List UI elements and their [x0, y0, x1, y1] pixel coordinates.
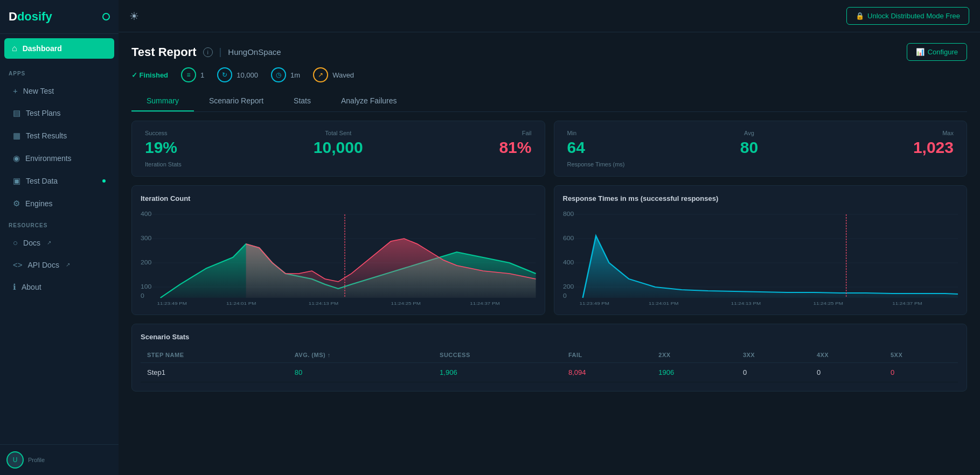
test-data-icon: ▣ [13, 176, 20, 186]
iteration-count-chart: Iteration Count 400 300 200 100 0 [131, 185, 545, 315]
status-bar: ✓ Finished ≡ 1 ↻ 10,000 ◷ 1m ↗ Waved [131, 67, 967, 82]
tab-stats[interactable]: Stats [279, 91, 326, 111]
plus-icon: + [13, 86, 18, 95]
theme-toggle-icon[interactable]: ☀ [129, 10, 139, 23]
svg-text:11:23:49 PM: 11:23:49 PM [157, 301, 187, 306]
tab-analyze-failures[interactable]: Analyze Failures [326, 91, 412, 111]
section-label-apps: APPS [0, 63, 119, 80]
min-label: Min [567, 130, 585, 136]
col-2xx: 2XX [652, 347, 736, 363]
api-docs-icon: <> [13, 260, 23, 269]
success-label: Success [145, 130, 177, 136]
stats-cards-row: Success 19% Total Sent 10,000 Fail 81% I… [131, 121, 967, 177]
about-label: About [22, 283, 41, 291]
sidebar-item-test-plans[interactable]: ▤ Test Plans [4, 103, 114, 123]
section-label-resources: RESOURCES [0, 215, 119, 232]
duration-icon: ◷ [271, 67, 286, 82]
svg-text:400: 400 [563, 260, 574, 266]
svg-text:11:24:37 PM: 11:24:37 PM [470, 301, 499, 306]
status-text: ✓ Finished [131, 71, 168, 79]
new-test-label: New Test [23, 87, 54, 95]
fail-stat: Fail 81% [499, 130, 531, 157]
min-stat: Min 64 [567, 130, 585, 157]
svg-text:11:24:25 PM: 11:24:25 PM [391, 301, 421, 306]
iteration-count-chart-area: 400 300 200 100 0 [141, 209, 536, 306]
report-header: Test Report i | HungOnSpace 📊 Configure [131, 43, 967, 61]
meta-workers: ≡ 1 [181, 67, 204, 82]
col-3xx: 3XX [736, 347, 810, 363]
environments-label: Environments [25, 154, 72, 163]
tab-scenario-report[interactable]: Scenario Report [194, 91, 279, 111]
scenario-stats-title: Scenario Stats [141, 333, 958, 341]
unlock-distributed-button[interactable]: 🔒 Unlock Distributed Mode Free [846, 7, 969, 25]
external-link-icon-2: ↗ [66, 262, 70, 268]
logo-area: Ddosify [0, 0, 119, 34]
meta-duration: ◷ 1m [271, 67, 300, 82]
sidebar-item-test-data[interactable]: ▣ Test Data [4, 171, 114, 191]
main-scroll-area: Test Report i | HungOnSpace 📊 Configure … [119, 32, 980, 475]
engines-label: Engines [25, 199, 53, 208]
report-subtitle: HungOnSpace [228, 47, 281, 57]
table-row: Step1 80 1,906 8,094 1906 0 0 0 [141, 363, 958, 382]
engines-icon: ⚙ [13, 199, 20, 208]
success-value: 19% [145, 138, 177, 157]
cell-step-name: Step1 [141, 363, 288, 382]
cell-success: 1,906 [433, 363, 562, 382]
avg-value: 80 [740, 138, 758, 157]
cell-2xx: 1906 [652, 363, 736, 382]
avg-stat: Avg 80 [740, 130, 758, 157]
external-link-icon: ↗ [47, 240, 51, 246]
unlock-label: Unlock Distributed Mode Free [867, 12, 960, 20]
response-times-chart: Response Times in ms (successful respons… [554, 185, 968, 315]
mode-value: Waved [332, 71, 354, 79]
home-icon: ⌂ [12, 44, 17, 53]
workers-icon: ≡ [181, 67, 196, 82]
svg-text:11:23:49 PM: 11:23:49 PM [579, 301, 609, 306]
workers-value: 1 [200, 71, 204, 79]
sidebar-item-engines[interactable]: ⚙ Engines [4, 193, 114, 214]
svg-text:11:24:13 PM: 11:24:13 PM [309, 301, 338, 306]
svg-text:600: 600 [563, 235, 574, 241]
topbar: ☀ 🔒 Unlock Distributed Mode Free [119, 0, 980, 32]
fail-value: 81% [499, 138, 531, 157]
report-info-icon[interactable]: i [203, 47, 213, 57]
col-step-name[interactable]: STEP NAME [141, 347, 288, 363]
sidebar-item-test-results[interactable]: ▦ Test Results [4, 125, 114, 146]
test-results-label: Test Results [26, 131, 67, 140]
test-results-icon: ▦ [13, 131, 20, 141]
min-value: 64 [567, 138, 585, 157]
total-sent-label: Total Sent [314, 130, 363, 136]
tab-summary[interactable]: Summary [131, 91, 194, 111]
svg-text:11:24:01 PM: 11:24:01 PM [226, 301, 256, 306]
test-data-label: Test Data [26, 177, 58, 185]
avg-label: Avg [740, 130, 758, 136]
dashboard-label: Dashboard [23, 44, 62, 53]
iteration-stats-footer: Iteration Stats [145, 161, 532, 167]
max-label: Max [913, 130, 954, 136]
sidebar-item-dashboard[interactable]: ⌂ Dashboard [4, 38, 114, 59]
test-data-badge [102, 179, 106, 183]
fail-label: Fail [499, 130, 531, 136]
svg-text:200: 200 [141, 260, 151, 266]
api-docs-label: API Docs [28, 261, 59, 269]
iterations-value: 10,000 [237, 71, 258, 79]
cell-4xx: 0 [810, 363, 884, 382]
scenario-stats-table: STEP NAME AVG. (MS) ↑ SUCCESS FAIL 2XX 3… [141, 347, 958, 382]
configure-button[interactable]: 📊 Configure [907, 43, 967, 61]
max-value: 1,023 [913, 138, 954, 157]
col-avg-ms[interactable]: AVG. (MS) ↑ [288, 347, 433, 363]
sidebar-item-docs[interactable]: ○ Docs ↗ [4, 233, 114, 253]
sidebar-item-environments[interactable]: ◉ Environments [4, 148, 114, 169]
sidebar-bottom: U Profile [0, 444, 119, 475]
svg-text:100: 100 [141, 284, 151, 290]
success-stat: Success 19% [145, 130, 177, 157]
sidebar-item-api-docs[interactable]: <> API Docs ↗ [4, 255, 114, 275]
svg-text:11:24:01 PM: 11:24:01 PM [648, 301, 678, 306]
meta-iterations: ↻ 10,000 [217, 67, 258, 82]
tabs-bar: Summary Scenario Report Stats Analyze Fa… [131, 91, 967, 112]
sidebar-item-new-test[interactable]: + New Test [4, 81, 114, 101]
status-finished: ✓ Finished [131, 71, 168, 79]
col-success: SUCCESS [433, 347, 562, 363]
environments-icon: ◉ [13, 153, 20, 163]
sidebar-item-about[interactable]: ℹ About [4, 277, 114, 297]
